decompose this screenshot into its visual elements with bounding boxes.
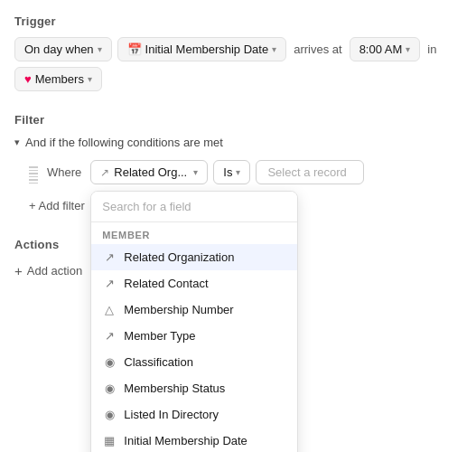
- dropdown-item[interactable]: ▦Initial Membership Date: [91, 428, 297, 452]
- dropdown-item[interactable]: ◉Classification: [91, 349, 297, 375]
- time-label: 8:00 AM: [359, 42, 403, 56]
- dropdown-item-icon: ↗: [102, 277, 117, 290]
- dropdown-group-member: MEMBER: [91, 222, 297, 244]
- dropdown-item-label: Membership Number: [124, 303, 286, 316]
- dropdown-item-icon: △: [102, 303, 117, 316]
- filter-header: ▾ And if the following conditions are me…: [14, 136, 462, 149]
- arrives-at-text: arrives at: [292, 42, 343, 56]
- dropdown-item-label: Member Type: [124, 329, 286, 343]
- dropdown-item-label: Initial Membership Date: [124, 434, 286, 447]
- field-dropdown-button[interactable]: ↗ Related Org... ▾: [90, 160, 208, 184]
- dropdown-item-label: Related Contact: [124, 277, 286, 290]
- dropdown-item[interactable]: ◉Listed In Directory: [91, 401, 297, 428]
- dropdown-item[interactable]: △Membership Number: [91, 297, 297, 323]
- field-dropdown-chevron: ▾: [193, 167, 198, 177]
- members-label: Members: [35, 72, 84, 86]
- collapse-arrow-icon[interactable]: ▾: [14, 137, 20, 148]
- operator-label: Is: [223, 165, 232, 179]
- membership-date-label: Initial Membership Date: [145, 42, 269, 56]
- field-search-input[interactable]: [91, 192, 297, 222]
- heart-icon: ♥: [24, 72, 32, 86]
- record-placeholder-text: Select a record: [267, 165, 346, 179]
- dropdown-items-list: ↗Related Organization↗Related Contact△Me…: [91, 244, 297, 452]
- members-button[interactable]: ♥ Members ▾: [14, 67, 102, 91]
- membership-date-button[interactable]: 📅 Initial Membership Date ▾: [117, 37, 287, 61]
- field-dropdown-label: Related Org...: [114, 165, 187, 179]
- dropdown-item-icon: ▦: [102, 434, 117, 447]
- members-chevron: ▾: [88, 74, 92, 84]
- field-dropdown-popup: MEMBER ↗Related Organization↗Related Con…: [90, 191, 298, 452]
- add-filter-label: + Add filter: [29, 199, 85, 212]
- on-day-when-label: On day when: [24, 42, 94, 56]
- trigger-title: Trigger: [14, 14, 462, 28]
- dropdown-item-icon: ◉: [102, 408, 117, 421]
- on-day-when-chevron: ▾: [98, 44, 102, 54]
- where-label: Where: [43, 160, 85, 184]
- time-button[interactable]: 8:00 AM ▾: [350, 37, 421, 61]
- dropdown-item-label: Membership Status: [124, 381, 286, 395]
- dropdown-item[interactable]: ◉Membership Status: [91, 375, 297, 401]
- dropdown-item-label: Related Organization: [124, 250, 286, 264]
- dropdown-item[interactable]: ↗Related Organization: [91, 244, 297, 270]
- add-filter-button[interactable]: + Add filter: [29, 195, 85, 216]
- in-text: in: [425, 42, 438, 56]
- time-chevron: ▾: [406, 44, 410, 54]
- dropdown-item-icon: ◉: [102, 355, 117, 369]
- dropdown-item[interactable]: ↗Member Type: [91, 323, 297, 349]
- membership-date-chevron: ▾: [272, 44, 276, 54]
- plus-icon: +: [14, 264, 23, 278]
- dropdown-item[interactable]: ↗Related Contact: [91, 270, 297, 297]
- dropdown-item-label: Classification: [124, 355, 286, 369]
- drag-handle[interactable]: [29, 160, 38, 184]
- record-select-button[interactable]: Select a record: [256, 160, 364, 184]
- filter-title: Filter: [14, 113, 462, 127]
- calendar-icon: 📅: [127, 42, 142, 56]
- dropdown-item-icon: ↗: [102, 250, 117, 264]
- dropdown-item-icon: ↗: [102, 329, 117, 343]
- dropdown-item-label: Listed In Directory: [124, 408, 286, 421]
- filter-condition-label: And if the following conditions are met: [25, 136, 223, 149]
- trigger-section: Trigger On day when ▾ 📅 Initial Membersh…: [14, 14, 462, 91]
- operator-dropdown-button[interactable]: Is ▾: [213, 160, 250, 184]
- dropdown-item-icon: ◉: [102, 381, 117, 395]
- operator-chevron: ▾: [236, 167, 240, 177]
- trigger-row: On day when ▾ 📅 Initial Membership Date …: [14, 37, 462, 91]
- related-org-icon: ↗: [100, 166, 109, 179]
- add-action-button[interactable]: + Add action: [14, 260, 82, 281]
- on-day-when-button[interactable]: On day when ▾: [14, 37, 112, 61]
- add-action-label: Add action: [27, 264, 82, 278]
- filter-row: Where ↗ Related Org... ▾ MEMBER ↗Related…: [29, 160, 462, 184]
- filter-section: Filter ▾ And if the following conditions…: [14, 113, 462, 216]
